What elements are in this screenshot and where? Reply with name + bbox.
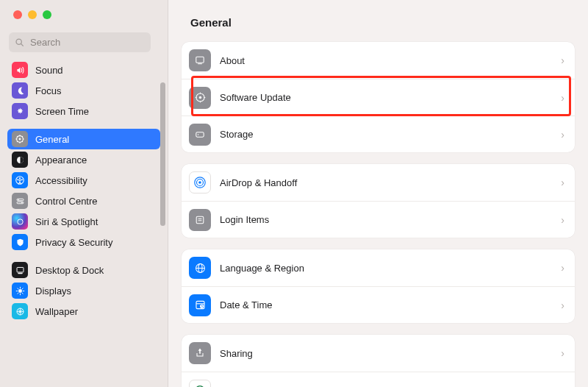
row-date-time[interactable]: Date & Time › bbox=[182, 286, 575, 323]
row-label: Language & Region bbox=[220, 263, 552, 274]
svg-line-11 bbox=[17, 141, 18, 142]
chevron-right-icon: › bbox=[561, 214, 564, 226]
chevron-right-icon: › bbox=[561, 385, 564, 388]
svg-point-42 bbox=[198, 181, 201, 184]
close-window-button[interactable] bbox=[13, 10, 22, 19]
svg-line-1 bbox=[21, 44, 24, 46]
sound-icon bbox=[12, 62, 28, 78]
chevron-right-icon: › bbox=[561, 347, 564, 359]
appearance-icon bbox=[12, 152, 28, 168]
control-centre-icon bbox=[12, 193, 28, 209]
sidebar-item-label: Desktop & Dock bbox=[35, 265, 104, 276]
sidebar-item-wallpaper[interactable]: Wallpaper bbox=[7, 301, 160, 322]
sidebar-item-label: General bbox=[35, 134, 69, 145]
row-label: About bbox=[220, 55, 552, 66]
sidebar: Sound Focus Screen Time General bbox=[0, 0, 168, 387]
search-input[interactable] bbox=[29, 36, 155, 49]
row-sharing[interactable]: Sharing › bbox=[182, 335, 575, 372]
svg-rect-32 bbox=[196, 57, 204, 63]
row-software-update[interactable]: Software Update › bbox=[182, 79, 575, 116]
main-pane: General About › Software Update › bbox=[168, 0, 588, 387]
svg-rect-21 bbox=[18, 272, 23, 273]
sidebar-item-privacy-security[interactable]: Privacy & Security bbox=[7, 232, 160, 252]
svg-line-28 bbox=[22, 293, 23, 294]
page-title: General bbox=[168, 16, 588, 42]
focus-icon bbox=[12, 82, 28, 99]
panel-general-info: About › Software Update › Storage › bbox=[182, 42, 575, 152]
window-controls bbox=[0, 0, 168, 19]
gear-icon bbox=[12, 131, 28, 147]
accessibility-icon bbox=[12, 172, 28, 188]
sidebar-item-label: Focus bbox=[35, 85, 61, 96]
sidebar-item-label: Control Centre bbox=[35, 196, 98, 207]
chevron-right-icon: › bbox=[561, 129, 564, 141]
search-icon bbox=[15, 38, 29, 47]
sidebar-item-desktop-dock[interactable]: Desktop & Dock bbox=[7, 260, 160, 280]
sidebar-item-screen-time[interactable]: Screen Time bbox=[7, 101, 160, 121]
sidebar-item-siri-spotlight[interactable]: Siri & Spotlight bbox=[7, 211, 160, 232]
privacy-icon bbox=[12, 234, 28, 250]
svg-rect-20 bbox=[17, 267, 24, 272]
date-time-icon bbox=[189, 294, 211, 316]
row-label: AirDrop & Handoff bbox=[220, 177, 552, 188]
fullscreen-window-button[interactable] bbox=[43, 10, 51, 19]
desktop-dock-icon bbox=[12, 262, 28, 278]
siri-icon bbox=[12, 213, 28, 230]
row-label: Date & Time bbox=[220, 299, 552, 310]
svg-line-8 bbox=[17, 136, 18, 137]
panel-connectivity: AirDrop & Handoff › Login Items › bbox=[182, 164, 575, 238]
row-login-items[interactable]: Login Items › bbox=[182, 201, 575, 238]
svg-line-30 bbox=[17, 293, 18, 294]
sharing-icon bbox=[189, 342, 211, 364]
svg-line-10 bbox=[22, 136, 23, 137]
row-language-region[interactable]: Language & Region › bbox=[182, 249, 575, 286]
sidebar-item-general[interactable]: General bbox=[7, 129, 160, 149]
sidebar-list: Sound Focus Screen Time General bbox=[0, 55, 168, 387]
svg-point-22 bbox=[18, 289, 22, 293]
panel-sharing: Sharing › Time Machine › bbox=[182, 335, 575, 387]
chevron-right-icon: › bbox=[561, 299, 564, 311]
sidebar-item-label: Sound bbox=[35, 65, 63, 76]
svg-line-29 bbox=[22, 288, 23, 288]
panel-area: About › Software Update › Storage › bbox=[168, 42, 588, 387]
svg-line-9 bbox=[22, 141, 23, 142]
search-wrap bbox=[0, 19, 168, 55]
row-label: Storage bbox=[220, 129, 552, 140]
software-update-icon bbox=[189, 87, 211, 109]
sidebar-scrollbar[interactable] bbox=[160, 82, 165, 226]
sidebar-item-label: Appearance bbox=[35, 155, 87, 166]
row-time-machine[interactable]: Time Machine › bbox=[182, 372, 575, 387]
chevron-right-icon: › bbox=[561, 92, 564, 104]
sidebar-item-label: Privacy & Security bbox=[35, 237, 112, 248]
row-storage[interactable]: Storage › bbox=[182, 116, 575, 152]
minimize-window-button[interactable] bbox=[28, 10, 37, 19]
sidebar-item-displays[interactable]: Displays bbox=[7, 280, 160, 301]
sidebar-item-focus[interactable]: Focus bbox=[7, 80, 160, 101]
svg-point-41 bbox=[198, 134, 199, 135]
sidebar-item-label: Siri & Spotlight bbox=[35, 216, 98, 227]
svg-line-27 bbox=[17, 288, 18, 288]
svg-point-18 bbox=[21, 202, 23, 203]
sidebar-item-label: Screen Time bbox=[35, 106, 89, 117]
svg-point-19 bbox=[17, 219, 22, 224]
chevron-right-icon: › bbox=[561, 177, 564, 188]
row-label: Login Items bbox=[220, 214, 552, 225]
sidebar-item-appearance[interactable]: Appearance bbox=[7, 149, 160, 170]
sidebar-item-sound[interactable]: Sound bbox=[7, 60, 160, 80]
chevron-right-icon: › bbox=[561, 262, 564, 274]
search-field[interactable] bbox=[9, 32, 151, 52]
sidebar-item-label: Accessibility bbox=[35, 175, 87, 186]
svg-rect-45 bbox=[196, 216, 204, 224]
sidebar-item-accessibility[interactable]: Accessibility bbox=[7, 170, 160, 191]
row-about[interactable]: About › bbox=[182, 42, 575, 79]
sidebar-item-control-centre[interactable]: Control Centre bbox=[7, 191, 160, 211]
svg-rect-40 bbox=[196, 132, 204, 136]
about-icon bbox=[189, 49, 211, 71]
panel-locale: Language & Region › Date & Time › bbox=[182, 249, 575, 323]
sidebar-item-label: Wallpaper bbox=[35, 306, 78, 317]
row-airdrop-handoff[interactable]: AirDrop & Handoff › bbox=[182, 164, 575, 201]
storage-icon bbox=[189, 124, 211, 146]
row-label: Sharing bbox=[220, 348, 552, 359]
wallpaper-icon bbox=[12, 303, 28, 319]
language-region-icon bbox=[189, 257, 211, 279]
